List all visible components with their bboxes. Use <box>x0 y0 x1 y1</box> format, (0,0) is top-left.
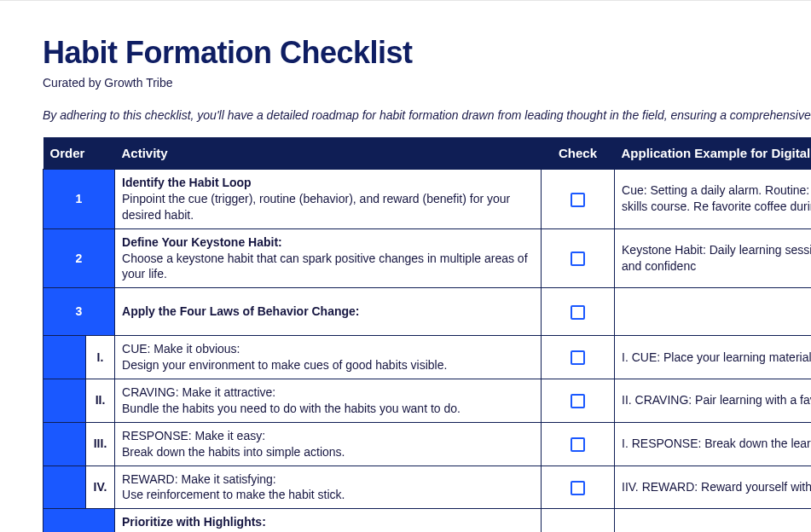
checklist-table: Order Activity Check Application Example… <box>43 137 811 532</box>
checkbox[interactable] <box>571 437 585 452</box>
table-row: II. CRAVING: Make it attractive: Bundle … <box>43 379 812 423</box>
page-subtitle: Curated by Growth Tribe <box>43 76 811 90</box>
activity-cell: CRAVING: Make it attractive: Bundle the … <box>115 379 542 423</box>
sub-order: I. <box>86 336 115 379</box>
sub-order: III. <box>86 422 115 466</box>
table-row: 4 Prioritize with Highlights: Determine … <box>43 509 812 532</box>
application-cell: II. CRAVING: Pair learning with a fav <box>615 379 811 423</box>
check-cell <box>542 336 615 379</box>
activity-desc: Design your environment to make cues of … <box>122 357 534 373</box>
checkbox[interactable] <box>571 305 585 320</box>
table-row: 2 Define Your Keystone Habit: Choose a k… <box>43 228 812 288</box>
order-blank <box>43 336 86 379</box>
check-cell <box>542 170 615 229</box>
activity-title: REWARD: Make it satisfying: <box>122 471 534 488</box>
table-row: I. CUE: Make it obvious: Design your env… <box>43 336 812 379</box>
intro-text: By adhering to this checklist, you'll ha… <box>43 108 811 122</box>
activity-title: CUE: Make it obvious: <box>122 341 534 357</box>
order-blank <box>43 379 86 423</box>
activity-title: RESPONSE: Make it easy: <box>122 428 534 444</box>
sub-order: II. <box>86 379 115 423</box>
activity-title: Define Your Keystone Habit: <box>122 234 534 251</box>
application-cell: Keystone Habit: Daily learning sessi inc… <box>615 228 811 288</box>
activity-cell: Define Your Keystone Habit: Choose a key… <box>115 228 542 288</box>
order-cell: 1 <box>43 170 115 229</box>
activity-desc: Choose a keystone habit that can spark p… <box>122 251 534 283</box>
check-cell <box>542 228 615 288</box>
activity-cell: REWARD: Make it satisfying: Use reinforc… <box>115 466 542 509</box>
activity-desc: Use reinforcement to make the habit stic… <box>122 487 534 503</box>
activity-cell: Apply the Four Laws of Behavior Change: <box>115 288 542 336</box>
activity-title: Apply the Four Laws of Behavior Change: <box>122 304 534 320</box>
activity-title: Identify the Habit Loop <box>122 175 534 191</box>
sub-order: IV. <box>86 466 115 509</box>
order-cell: 2 <box>43 228 115 288</box>
activity-desc: Pinpoint the cue (trigger), routine (beh… <box>122 191 534 223</box>
activity-cell: Identify the Habit Loop Pinpoint the cue… <box>115 170 542 229</box>
check-cell <box>542 509 615 532</box>
activity-title: Prioritize with Highlights: <box>122 514 534 530</box>
activity-cell: Prioritize with Highlights: Determine th… <box>115 509 542 532</box>
checkbox[interactable] <box>571 252 585 266</box>
check-cell <box>542 466 615 509</box>
table-row: 1 Identify the Habit Loop Pinpoint the c… <box>43 170 812 229</box>
checkbox[interactable] <box>571 350 585 365</box>
col-check: Check <box>542 137 615 170</box>
check-cell <box>542 288 615 336</box>
page-title: Habit Formation Checklist <box>43 35 811 71</box>
check-cell <box>542 379 615 423</box>
col-order: Order <box>43 137 115 170</box>
checkbox[interactable] <box>571 481 585 495</box>
order-blank <box>43 422 86 466</box>
activity-cell: RESPONSE: Make it easy: Break down the h… <box>115 422 542 466</box>
activity-desc: Break down the habits into simple action… <box>122 444 534 460</box>
activity-title: CRAVING: Make it attractive: <box>122 385 534 401</box>
col-application: Application Example for Digital Skil <box>615 137 811 170</box>
col-activity: Activity <box>115 137 542 170</box>
application-cell: IIV. REWARD: Reward yourself with a <box>615 466 811 509</box>
application-cell: I. CUE: Place your learning materials <box>615 336 811 379</box>
table-row: III. RESPONSE: Make it easy: Break down … <box>43 422 812 466</box>
application-cell: Highlight: Completing a specific mo <box>615 509 811 532</box>
check-cell <box>542 422 615 466</box>
table-row: IV. REWARD: Make it satisfying: Use rein… <box>43 466 812 509</box>
application-cell: Cue: Setting a daily alarm. Routine: min… <box>615 170 811 229</box>
checkbox[interactable] <box>571 193 585 207</box>
order-cell: 4 <box>43 509 115 532</box>
table-row: 3 Apply the Four Laws of Behavior Change… <box>43 288 812 336</box>
table-header-row: Order Activity Check Application Example… <box>43 137 812 170</box>
application-cell <box>615 288 811 336</box>
order-cell: 3 <box>43 288 115 336</box>
activity-desc: Bundle the habits you need to do with th… <box>122 401 534 417</box>
application-cell: I. RESPONSE: Break down the learni <box>615 422 811 466</box>
activity-cell: CUE: Make it obvious: Design your enviro… <box>115 336 542 379</box>
checkbox[interactable] <box>571 394 585 408</box>
order-blank <box>43 466 86 509</box>
